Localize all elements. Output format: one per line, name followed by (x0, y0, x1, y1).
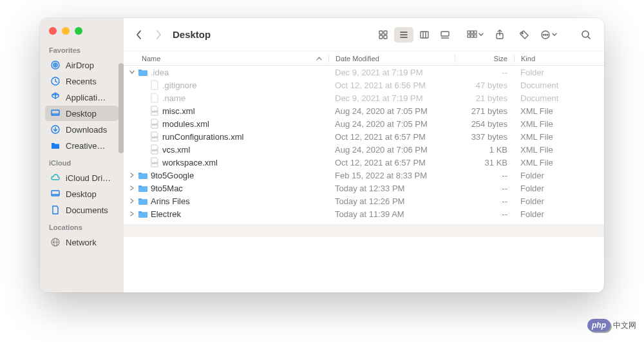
folder-icon (138, 183, 148, 193)
column-header-size[interactable]: Size (455, 55, 514, 62)
gallery-view-button[interactable] (435, 27, 455, 43)
maximize-window-button[interactable] (75, 27, 82, 35)
table-header: Name Date Modified Size Kind (124, 52, 604, 66)
sidebar-item[interactable]: AirDrop (45, 57, 118, 73)
file-kind: Folder (514, 196, 604, 206)
folder-icon (138, 196, 148, 206)
file-kind: XML File (514, 106, 604, 116)
svg-rect-14 (379, 35, 383, 39)
sidebar-scrollbar[interactable] (118, 63, 124, 153)
table-row[interactable]: Arins FilesToday at 12:26 PM--Folder (124, 195, 604, 207)
file-size: 1 KB (455, 145, 514, 155)
sidebar-item[interactable]: Network (45, 234, 118, 250)
watermark: php 中文网 (587, 319, 636, 332)
table-row[interactable]: xmlrunConfigurations.xmlOct 12, 2021 at … (124, 130, 604, 143)
file-kind: XML File (514, 119, 604, 129)
file-size: -- (455, 171, 514, 180)
sidebar-item[interactable]: Downloads (45, 122, 118, 137)
column-header-kind[interactable]: Kind (514, 55, 604, 62)
sidebar-item[interactable]: Desktop (45, 186, 118, 202)
table-row[interactable]: xmlmisc.xmlAug 24, 2020 at 7:05 PM271 by… (124, 104, 604, 117)
sidebar-section-label: Locations (40, 218, 124, 234)
download-icon (50, 124, 61, 135)
file-name: .gitignore (162, 81, 196, 90)
disclosure-open-icon[interactable] (129, 70, 135, 75)
svg-text:xml: xml (152, 109, 157, 113)
sidebar-item[interactable]: Documents (45, 202, 118, 218)
svg-text:xml: xml (152, 135, 157, 139)
disclosure-closed-icon[interactable] (129, 185, 135, 191)
group-by-button[interactable] (466, 27, 484, 43)
watermark-pill: php (587, 319, 611, 332)
sidebar-item[interactable]: Recents (45, 73, 118, 89)
doc-icon (50, 205, 61, 215)
table-row[interactable]: .gitignoreOct 12, 2021 at 6:56 PM47 byte… (124, 79, 604, 91)
file-date: Dec 9, 2021 at 7:19 PM (328, 68, 455, 77)
file-date: Feb 15, 2022 at 8:33 PM (328, 171, 455, 180)
sidebar-section-label: iCloud (40, 154, 124, 169)
file-kind: XML File (514, 158, 604, 167)
file-name: .name (162, 93, 185, 103)
table-row[interactable]: 9to5GoogleFeb 15, 2022 at 8:33 PM--Folde… (124, 169, 604, 182)
file-size: -- (455, 196, 514, 206)
column-header-date[interactable]: Date Modified (328, 55, 455, 62)
tags-button[interactable] (515, 27, 533, 43)
finder-window: FavoritesAirDropRecentsApplicati…Desktop… (40, 18, 604, 292)
sidebar-item[interactable]: Desktop (45, 106, 118, 121)
table-row[interactable]: ElectrekToday at 11:39 AM--Folder (124, 207, 604, 220)
svg-point-2 (55, 64, 56, 66)
share-button[interactable] (491, 27, 509, 43)
disclosure-closed-icon[interactable] (129, 173, 135, 178)
clock-icon (50, 76, 61, 86)
svg-rect-25 (471, 31, 473, 33)
disclosure-closed-icon[interactable] (129, 211, 135, 216)
sidebar-item[interactable]: iCloud Dri… (45, 170, 118, 185)
file-rows: .ideaDec 9, 2021 at 7:19 PM--Folder.giti… (124, 66, 604, 220)
close-window-button[interactable] (49, 27, 57, 35)
sidebar-item-label: Recents (66, 77, 97, 86)
file-size: 21 bytes (455, 93, 514, 103)
sidebar-item-label: iCloud Dri… (66, 173, 111, 183)
minimize-window-button[interactable] (62, 27, 70, 35)
file-name: workspace.xml (162, 158, 218, 167)
back-button[interactable] (131, 26, 147, 44)
file-date: Oct 12, 2021 at 6:56 PM (328, 81, 455, 90)
svg-rect-13 (384, 31, 387, 34)
folder-fill-icon (50, 140, 61, 151)
svg-rect-12 (379, 31, 383, 34)
window-title: Desktop (173, 29, 211, 40)
file-date: Today at 12:26 PM (328, 196, 455, 206)
file-kind: Document (514, 81, 604, 90)
cloud-icon (50, 173, 61, 183)
svg-point-34 (545, 34, 546, 35)
table-row[interactable]: .nameDec 9, 2021 at 7:19 PM21 bytesDocum… (124, 91, 604, 104)
table-row[interactable]: xmlmodules.xmlAug 24, 2020 at 7:05 PM254… (124, 117, 604, 130)
table-row[interactable]: 9to5MacToday at 12:33 PM--Folder (124, 182, 604, 195)
table-row[interactable]: xmlvcs.xmlAug 24, 2020 at 7:06 PM1 KBXML… (124, 143, 604, 156)
table-row[interactable]: xmlworkspace.xmlOct 12, 2021 at 6:57 PM3… (124, 156, 604, 169)
file-name: Electrek (151, 209, 181, 219)
sidebar-item-label: Documents (66, 205, 108, 215)
actions-button[interactable] (540, 27, 558, 43)
search-button[interactable] (577, 27, 595, 43)
main-pane: Desktop (124, 18, 604, 292)
file-name: 9to5Mac (151, 184, 183, 193)
list-view-button[interactable] (394, 27, 413, 43)
chevron-down-icon (478, 33, 484, 37)
sort-asc-icon (316, 55, 322, 62)
table-row[interactable]: .ideaDec 9, 2021 at 7:19 PM--Folder (124, 66, 604, 79)
sidebar-item[interactable]: Applicati… (45, 90, 118, 105)
column-header-name[interactable]: Name (124, 55, 328, 62)
column-header-name-label: Name (142, 55, 160, 62)
sidebar-item[interactable]: Creative… (45, 138, 118, 153)
file-name: 9to5Google (151, 171, 194, 180)
icon-view-button[interactable] (374, 27, 393, 43)
desktop-icon (50, 189, 61, 199)
column-view-button[interactable] (415, 27, 434, 43)
file-name: modules.xml (162, 119, 209, 129)
folder-icon (138, 209, 148, 219)
view-mode-group (374, 27, 455, 43)
forward-button[interactable] (151, 26, 166, 44)
disclosure-closed-icon[interactable] (129, 198, 135, 204)
file-date: Aug 24, 2020 at 7:05 PM (328, 119, 455, 129)
